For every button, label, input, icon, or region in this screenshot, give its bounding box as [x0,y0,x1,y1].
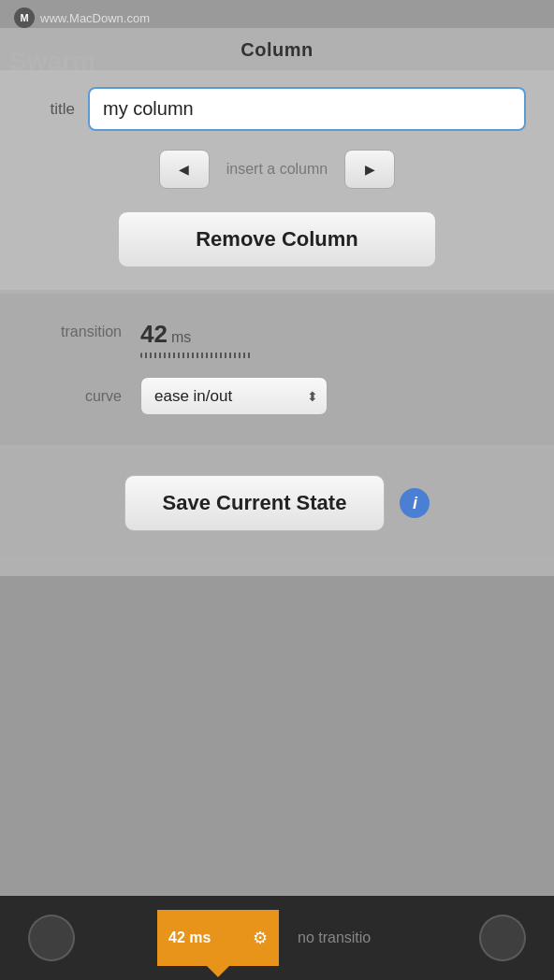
panel-title: Column [0,28,554,70]
bottom-bar: 42 ms ⚙ no transitio [0,896,554,980]
title-label: title [28,100,75,119]
bottom-ms-text: 42 ms [168,930,211,946]
curve-select-wrapper: ease in/out ease in ease out linear ⬍ [140,377,328,415]
insert-right-button[interactable]: ▶ [344,150,395,189]
curve-select[interactable]: ease in/out ease in ease out linear [140,377,328,415]
watermark: M www.MacDown.com [14,7,150,28]
curve-row: curve ease in/out ease in ease out linea… [37,377,517,415]
watermark-logo: M [14,7,35,28]
insert-left-button[interactable]: ◀ [159,150,210,189]
gear-icon: ⚙ [253,928,268,948]
bottom-orange-cell[interactable]: 42 ms ⚙ [157,910,279,966]
save-current-state-button[interactable]: Save Current State [124,475,386,531]
insert-row: ◀ insert a column ▶ [28,150,526,189]
title-input[interactable] [88,87,526,131]
column-panel: Column title ◀ insert a column ▶ Remove … [0,28,554,576]
section-transition: transition 42 ms curve ease in/out ease … [0,294,554,445]
section-save: Save Current State i [0,449,554,557]
bottom-right-text: no transitio [298,930,371,946]
transition-unit: ms [171,329,191,346]
info-icon-button[interactable]: i [400,488,430,518]
deco-circle-right [479,915,526,961]
curve-label: curve [37,388,122,405]
deco-circle-left [28,915,75,961]
watermark-url: www.MacDown.com [40,11,150,25]
transition-slider[interactable] [140,353,253,358]
transition-value-block: 42 ms [140,320,253,358]
right-arrow-icon: ▶ [365,162,375,177]
transition-label: transition [37,320,122,340]
transition-row: transition 42 ms [37,320,517,358]
left-arrow-icon: ◀ [179,162,189,177]
transition-number: 42 [140,320,168,349]
insert-label: insert a column [226,161,328,178]
title-row: title [28,87,526,131]
transition-value-line: 42 ms [140,320,191,349]
remove-column-button[interactable]: Remove Column [118,211,436,267]
section-title-remove: title ◀ insert a column ▶ Remove Column [0,70,554,290]
